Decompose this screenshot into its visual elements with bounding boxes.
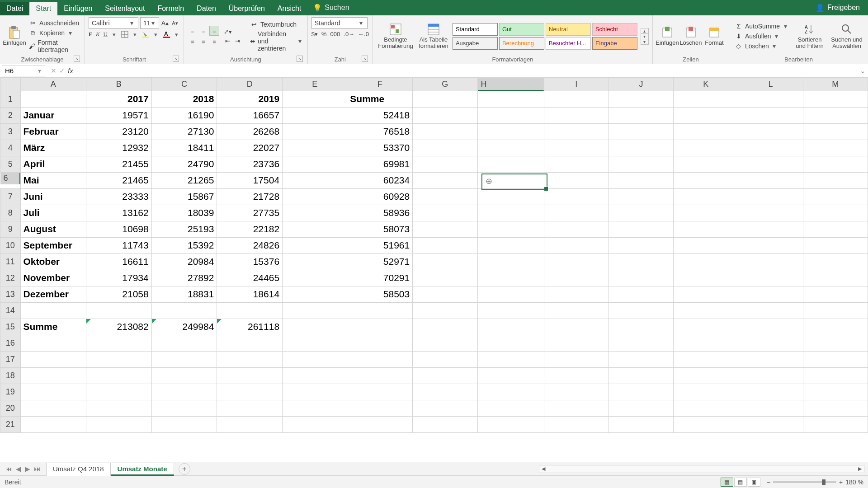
cell-E18[interactable]: [283, 367, 347, 384]
cell-F14[interactable]: [347, 302, 413, 319]
cell-H6[interactable]: [477, 172, 544, 188]
cell-H8[interactable]: [477, 205, 544, 221]
cell-G15[interactable]: [413, 319, 477, 335]
cell-I16[interactable]: [544, 335, 609, 351]
cell-M14[interactable]: [803, 302, 868, 319]
cell-E7[interactable]: [283, 188, 347, 205]
tell-me-search[interactable]: 💡 Suchen: [313, 4, 349, 12]
cell-K1[interactable]: [674, 91, 738, 107]
format-painter-button[interactable]: 🖌Format übertragen: [27, 38, 81, 54]
cell-L1[interactable]: [738, 91, 803, 107]
cell-F9[interactable]: 58073: [347, 221, 413, 237]
view-page-break-button[interactable]: ▣: [748, 478, 760, 487]
cell-H14[interactable]: [477, 302, 544, 319]
cell-F12[interactable]: 70291: [347, 270, 413, 286]
cell-K8[interactable]: [674, 205, 738, 221]
cell-D8[interactable]: 27735: [217, 205, 283, 221]
cell-E2[interactable]: [283, 107, 347, 123]
cell-J11[interactable]: [609, 253, 673, 270]
cell-M7[interactable]: [803, 188, 868, 205]
cell-E1[interactable]: [283, 91, 347, 107]
cell-A9[interactable]: August: [20, 221, 86, 237]
cell-I13[interactable]: [544, 286, 609, 302]
increase-decimal-button[interactable]: .0→: [344, 31, 354, 38]
cell-G8[interactable]: [413, 205, 477, 221]
cell-H16[interactable]: [477, 335, 544, 351]
cell-J1[interactable]: [609, 91, 673, 107]
col-header-M[interactable]: M: [803, 78, 868, 91]
cell-C1[interactable]: 2018: [151, 91, 217, 107]
cell-styles-gallery[interactable]: StandardGutNeutralSchlechtAusgabeBerechn…: [453, 23, 637, 50]
cell-H4[interactable]: [477, 140, 544, 156]
cell-B16[interactable]: [86, 335, 151, 351]
cell-G14[interactable]: [413, 302, 477, 319]
cell-M15[interactable]: [803, 319, 868, 335]
paste-button[interactable]: Einfügen: [4, 26, 25, 46]
ribbon-tab-start[interactable]: Start: [29, 2, 57, 15]
orientation-button[interactable]: ⤢▾: [224, 28, 232, 36]
cell-H10[interactable]: [477, 237, 544, 253]
cell-D11[interactable]: 15376: [217, 253, 283, 270]
clipboard-launcher[interactable]: ↘: [74, 56, 80, 62]
sheet-nav-first[interactable]: ⏮: [5, 465, 12, 473]
cell-J2[interactable]: [609, 107, 673, 123]
cell-L12[interactable]: [738, 270, 803, 286]
cell-M16[interactable]: [803, 335, 868, 351]
find-select-button[interactable]: Suchen und Auswählen: [829, 23, 864, 50]
cell-J7[interactable]: [609, 188, 673, 205]
cell-M5[interactable]: [803, 156, 868, 172]
row-header-15[interactable]: 15: [0, 319, 21, 335]
cell-C8[interactable]: 18039: [151, 205, 217, 221]
cell-L10[interactable]: [738, 237, 803, 253]
sheet-nav-next[interactable]: ▶: [25, 465, 30, 473]
enter-formula-button[interactable]: ✓: [59, 67, 65, 75]
col-header-H[interactable]: H: [478, 78, 544, 91]
cell-style-0[interactable]: Standard: [453, 23, 498, 36]
cell-D9[interactable]: 22182: [217, 221, 283, 237]
cell-A14[interactable]: [20, 302, 86, 319]
cell-A5[interactable]: April: [20, 156, 86, 172]
zoom-in-button[interactable]: +: [839, 479, 843, 486]
cell-D14[interactable]: [217, 302, 283, 319]
cell-G2[interactable]: [413, 107, 477, 123]
view-page-layout-button[interactable]: ▤: [734, 478, 747, 487]
cell-J21[interactable]: [609, 416, 673, 432]
cell-E9[interactable]: [283, 221, 347, 237]
cell-J13[interactable]: [609, 286, 673, 302]
bold-button[interactable]: F: [89, 31, 92, 38]
cell-A15[interactable]: Summe: [20, 319, 86, 335]
cell-style-5[interactable]: Berechnung: [499, 37, 544, 50]
cell-M21[interactable]: [803, 416, 868, 432]
cell-D2[interactable]: 16657: [217, 107, 283, 123]
cell-G16[interactable]: [413, 335, 477, 351]
font-name-select[interactable]: Calibri▾: [89, 17, 138, 29]
expand-formula-bar[interactable]: ⌄: [857, 67, 868, 75]
cell-G9[interactable]: [413, 221, 477, 237]
cell-M17[interactable]: [803, 351, 868, 367]
cell-B4[interactable]: 12932: [86, 140, 151, 156]
cell-E10[interactable]: [283, 237, 347, 253]
cell-B20[interactable]: [86, 400, 151, 416]
name-box[interactable]: H6▼: [2, 66, 45, 76]
row-header-11[interactable]: 11: [0, 253, 21, 270]
sort-filter-button[interactable]: AZSortieren und Filtern: [792, 23, 827, 50]
cell-L2[interactable]: [738, 107, 803, 123]
sheet-nav-last[interactable]: ⏭: [34, 465, 41, 473]
cell-D7[interactable]: 21728: [217, 188, 283, 205]
cell-G18[interactable]: [413, 367, 477, 384]
cell-M11[interactable]: [803, 253, 868, 270]
cell-B8[interactable]: 13162: [86, 205, 151, 221]
cell-C12[interactable]: 27892: [151, 270, 217, 286]
cell-L16[interactable]: [738, 335, 803, 351]
conditional-formatting-button[interactable]: Bedingte Formatierung: [377, 23, 415, 50]
fx-button[interactable]: fx: [68, 67, 73, 75]
cell-G10[interactable]: [413, 237, 477, 253]
cancel-formula-button[interactable]: ✕: [51, 67, 57, 75]
cell-F10[interactable]: 51961: [347, 237, 413, 253]
cell-E6[interactable]: [283, 172, 347, 188]
cell-H3[interactable]: [477, 123, 544, 140]
underline-button[interactable]: U: [104, 31, 108, 38]
cell-K17[interactable]: [674, 351, 738, 367]
cell-A4[interactable]: März: [20, 140, 86, 156]
cell-J16[interactable]: [609, 335, 673, 351]
